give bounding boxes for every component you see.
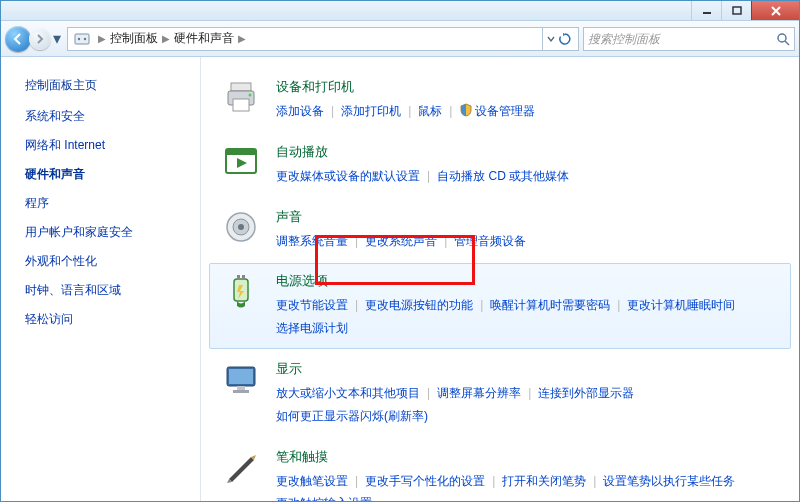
link-separator: |: [480, 298, 483, 312]
svg-rect-19: [237, 275, 240, 280]
svg-rect-20: [242, 275, 245, 280]
link-separator: |: [355, 298, 358, 312]
control-panel-icon: [74, 31, 90, 47]
nav-history-dropdown[interactable]: ▾: [51, 29, 63, 48]
svg-rect-1: [733, 7, 741, 14]
sidebar-item-6[interactable]: 时钟、语言和区域: [25, 282, 188, 299]
category-link[interactable]: 添加打印机: [341, 104, 401, 118]
category-link[interactable]: 唤醒计算机时需要密码: [490, 298, 610, 312]
minimize-button[interactable]: [691, 1, 721, 20]
svg-rect-22: [229, 369, 253, 384]
link-separator: |: [617, 298, 620, 312]
link-separator: |: [593, 474, 596, 488]
sidebar-item-5[interactable]: 外观和个性化: [25, 253, 188, 270]
svg-rect-23: [237, 386, 245, 390]
control-panel-window: ▾ ▶ 控制面板 ▶ 硬件和声音 ▶ 控制面板主页 系统和安全网络和 Inter…: [0, 0, 800, 502]
category-title[interactable]: 设备和打印机: [276, 78, 778, 96]
search-input[interactable]: [588, 32, 776, 46]
category-link[interactable]: 设备管理器: [459, 104, 535, 118]
category-display: 显示放大或缩小文本和其他项目|调整屏幕分辨率|连接到外部显示器如何更正显示器闪烁…: [209, 351, 791, 437]
refresh-icon[interactable]: [558, 32, 572, 46]
link-separator: |: [331, 104, 334, 118]
link-separator: |: [492, 474, 495, 488]
link-separator: |: [355, 234, 358, 248]
crumb-hardware-sound[interactable]: 硬件和声音: [174, 30, 234, 47]
svg-rect-9: [231, 83, 251, 91]
category-title[interactable]: 显示: [276, 360, 778, 378]
category-autoplay: 自动播放更改媒体或设备的默认设置|自动播放 CD 或其他媒体: [209, 134, 791, 197]
category-link[interactable]: 管理音频设备: [454, 234, 526, 248]
category-link[interactable]: 添加设备: [276, 104, 324, 118]
svg-line-8: [785, 41, 789, 45]
link-separator: |: [528, 386, 531, 400]
category-link[interactable]: 调整屏幕分辨率: [437, 386, 521, 400]
category-link[interactable]: 鼠标: [418, 104, 442, 118]
crumb-control-panel[interactable]: 控制面板: [110, 30, 158, 47]
category-title[interactable]: 电源选项: [276, 272, 778, 290]
svg-point-12: [249, 94, 252, 97]
category-link[interactable]: 自动播放 CD 或其他媒体: [437, 169, 569, 183]
category-link[interactable]: 更改触控输入设置: [276, 496, 372, 501]
svg-rect-24: [233, 390, 249, 393]
sidebar-item-2[interactable]: 硬件和声音: [25, 166, 188, 183]
arrow-right-icon: [34, 33, 46, 45]
category-link[interactable]: 更改电源按钮的功能: [365, 298, 473, 312]
sidebar-item-1[interactable]: 网络和 Internet: [25, 137, 188, 154]
title-bar: [1, 1, 799, 21]
address-bar: ▾ ▶ 控制面板 ▶ 硬件和声音 ▶: [1, 21, 799, 57]
nav-forward-button[interactable]: [29, 28, 51, 50]
category-title[interactable]: 声音: [276, 208, 778, 226]
category-title[interactable]: 自动播放: [276, 143, 778, 161]
category-pen: 笔和触摸更改触笔设置|更改手写个性化的设置|打开和关闭笔势|设置笔势以执行某些任…: [209, 439, 791, 501]
sidebar: 控制面板主页 系统和安全网络和 Internet硬件和声音程序用户帐户和家庭安全…: [1, 57, 201, 501]
search-box[interactable]: [583, 27, 795, 51]
close-button[interactable]: [751, 1, 799, 20]
chevron-right-icon: ▶: [98, 33, 106, 44]
category-link[interactable]: 更改手写个性化的设置: [365, 474, 485, 488]
display-icon: [222, 360, 260, 398]
content-pane[interactable]: 设备和打印机添加设备|添加打印机|鼠标|设备管理器自动播放更改媒体或设备的默认设…: [201, 57, 799, 501]
category-link[interactable]: 设置笔势以执行某些任务: [603, 474, 735, 488]
svg-point-5: [78, 37, 80, 39]
category-link[interactable]: 放大或缩小文本和其他项目: [276, 386, 420, 400]
category-link[interactable]: 连接到外部显示器: [538, 386, 634, 400]
sound-icon: [222, 208, 260, 246]
category-link[interactable]: 打开和关闭笔势: [502, 474, 586, 488]
nav-back-button[interactable]: [5, 26, 31, 52]
category-link[interactable]: 如何更正显示器闪烁(刷新率): [276, 409, 428, 423]
breadcrumb[interactable]: ▶ 控制面板 ▶ 硬件和声音 ▶: [67, 27, 579, 51]
printer-icon: [222, 78, 260, 116]
chevron-down-icon[interactable]: [547, 35, 555, 43]
category-title[interactable]: 笔和触摸: [276, 448, 778, 466]
category-link[interactable]: 更改计算机睡眠时间: [627, 298, 735, 312]
sidebar-item-0[interactable]: 系统和安全: [25, 108, 188, 125]
sidebar-title[interactable]: 控制面板主页: [25, 77, 188, 94]
link-separator: |: [427, 386, 430, 400]
svg-rect-11: [233, 99, 249, 111]
sidebar-item-4[interactable]: 用户帐户和家庭安全: [25, 224, 188, 241]
category-power: 电源选项更改节能设置|更改电源按钮的功能|唤醒计算机时需要密码|更改计算机睡眠时…: [209, 263, 791, 349]
link-separator: |: [449, 104, 452, 118]
link-separator: |: [408, 104, 411, 118]
category-printer: 设备和打印机添加设备|添加打印机|鼠标|设备管理器: [209, 69, 791, 132]
link-separator: |: [427, 169, 430, 183]
category-link[interactable]: 更改触笔设置: [276, 474, 348, 488]
search-icon: [776, 32, 790, 46]
sidebar-item-3[interactable]: 程序: [25, 195, 188, 212]
category-link[interactable]: 更改媒体或设备的默认设置: [276, 169, 420, 183]
maximize-button[interactable]: [721, 1, 751, 20]
category-link[interactable]: 调整系统音量: [276, 234, 348, 248]
svg-rect-4: [75, 34, 89, 44]
pen-icon: [222, 448, 260, 486]
category-link[interactable]: 选择电源计划: [276, 321, 348, 335]
sidebar-item-7[interactable]: 轻松访问: [25, 311, 188, 328]
category-link[interactable]: 更改系统声音: [365, 234, 437, 248]
svg-point-17: [238, 224, 244, 230]
autoplay-icon: [222, 143, 260, 181]
svg-rect-14: [226, 149, 256, 155]
shield-icon: [459, 103, 473, 117]
svg-rect-18: [234, 279, 248, 301]
category-link[interactable]: 更改节能设置: [276, 298, 348, 312]
link-separator: |: [355, 474, 358, 488]
svg-point-6: [84, 37, 86, 39]
